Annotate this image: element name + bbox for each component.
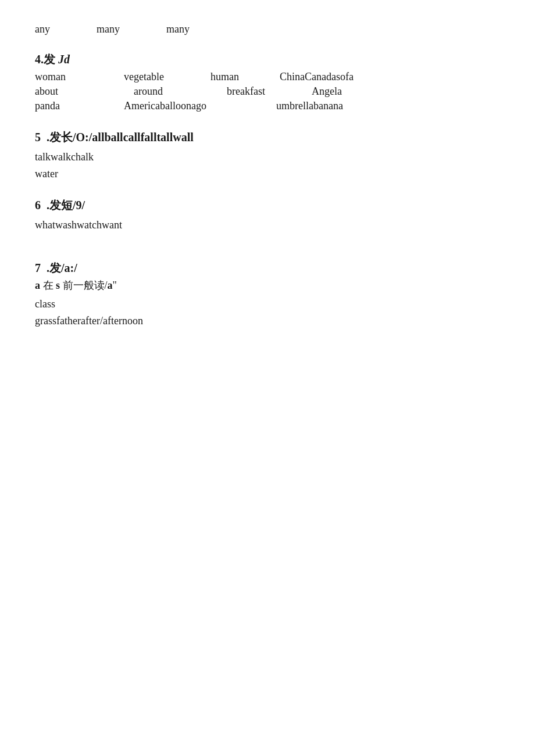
- section6-words: whatwashwatchwant: [35, 219, 500, 231]
- line1-words: any many many: [35, 23, 500, 35]
- word-chinacanadasofa: ChinaCanadasofa: [280, 71, 354, 83]
- words-group1: many: [166, 23, 190, 35]
- section5-words2: water: [35, 168, 500, 180]
- section4-number: 4.: [35, 53, 44, 66]
- section5-words1: talkwalkchalk: [35, 151, 500, 163]
- section6-label: .发短/9/: [47, 199, 85, 212]
- section4-chinese: 发: [44, 53, 55, 66]
- section5: 5 .发长/O:/allballcallfalltallwall talkwal…: [35, 130, 500, 180]
- section7-header: 7 .发/a:/: [35, 260, 500, 276]
- section4-row1: woman vegetable human ChinaCanadasofa: [35, 71, 500, 83]
- section6-header: 6 .发短/9/: [35, 198, 500, 213]
- section7: 7 .发/a:/ a 在 s 前一般读/a" class grassfather…: [35, 260, 500, 327]
- word-americaballoonago: Americaballoonago: [124, 100, 206, 112]
- section4-phonetic: Jd: [58, 53, 70, 66]
- section7-number: 7: [35, 261, 41, 274]
- section4-header: 4.发 Jd: [35, 52, 500, 67]
- word-about: about: [35, 85, 58, 98]
- section7-note: a 在 s 前一般读/a": [35, 278, 500, 292]
- section4-row3: panda Americaballoonago umbrellabanana: [35, 100, 500, 112]
- word-angela: Angela: [312, 85, 342, 98]
- word-vegetable: vegetable: [124, 71, 164, 83]
- section5-number: 5: [35, 131, 41, 144]
- section4: 4.发 Jd woman vegetable human ChinaCanada…: [35, 52, 500, 112]
- section5-header: 5 .发长/O:/allballcallfalltallwall: [35, 130, 500, 145]
- word-human: human: [211, 71, 239, 83]
- section6-number: 6: [35, 199, 41, 212]
- word-any: any: [35, 23, 50, 35]
- section7-words2: grassfatherafter/afternoon: [35, 315, 500, 327]
- word-breakfast: breakfast: [227, 85, 265, 98]
- word-panda: panda: [35, 100, 60, 112]
- word-umbrellabanana: umbrellabanana: [276, 100, 343, 112]
- section7-label: .发/a:/: [47, 261, 77, 274]
- word-many: many: [97, 23, 120, 35]
- word-around: around: [134, 85, 163, 98]
- word-woman: woman: [35, 71, 66, 83]
- section5-label: .发长/O:/allballcallfalltallwall: [47, 131, 194, 144]
- section6: 6 .发短/9/ whatwashwatchwant: [35, 198, 500, 231]
- section4-row2: about around breakfast Angela: [35, 85, 500, 98]
- section7-words1: class: [35, 298, 500, 310]
